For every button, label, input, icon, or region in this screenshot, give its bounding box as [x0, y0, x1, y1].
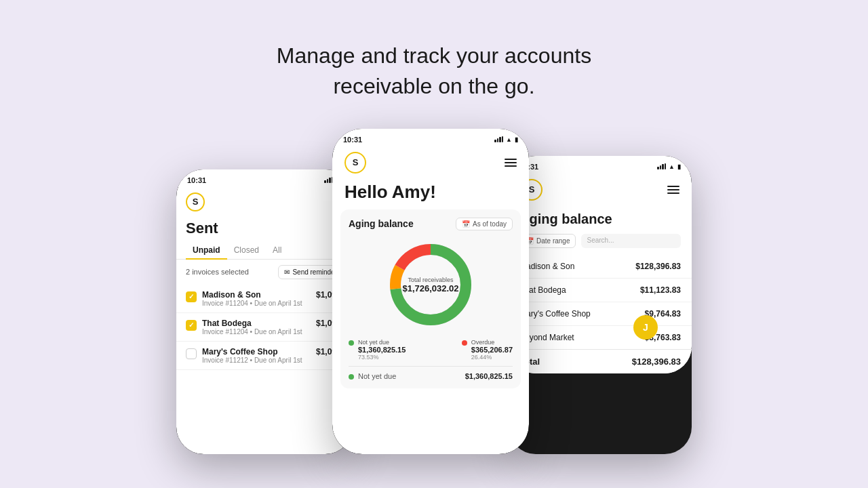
center-status-icons: ▲ ▮ — [494, 136, 518, 143]
tab-closed[interactable]: Closed — [227, 241, 266, 259]
checkbox-3[interactable] — [186, 348, 197, 359]
invoice-detail-1: Invoice #11204 • Due on April 1st — [202, 300, 311, 307]
tab-all[interactable]: All — [266, 241, 288, 259]
send-reminder-label: Send reminder — [292, 268, 337, 276]
total-row: Total $128,396.83 — [509, 349, 692, 373]
hamburger-icon[interactable] — [505, 159, 517, 167]
center-wifi-icon: ▲ — [506, 136, 512, 143]
greeting: Hello Amy! — [332, 179, 529, 209]
not-yet-due-row: Not yet due $1,360,825.15 — [349, 366, 513, 380]
invoice-name-1: Madison & Son — [202, 290, 311, 300]
left-phone-screen: 10:31 ▲ S Sent — [176, 169, 353, 454]
phones-container: 10:31 ▲ S Sent — [0, 129, 868, 454]
logo-symbol: S — [193, 197, 199, 207]
sent-title: Sent — [176, 217, 353, 241]
client-row-3[interactable]: Mary's Coffee Shop $9,764.83 — [509, 302, 692, 326]
center-status-bar: 10:31 ▲ ▮ — [332, 129, 529, 146]
invoice-row-2[interactable]: ✓ That Bodega Invoice #11204 • Due on Ap… — [176, 313, 353, 342]
signal-bar-1 — [324, 180, 326, 183]
center-phone: 10:31 ▲ ▮ S — [332, 129, 529, 454]
invoice-name-2: That Bodega — [202, 319, 311, 328]
right-signal-icon — [657, 163, 666, 169]
center-logo: S — [344, 152, 366, 174]
legend-overdue: Overdue $365,206.87 26.44% — [462, 339, 513, 361]
right-filter-row: 📅 Date range Search... — [509, 234, 692, 255]
right-status-icons: ▲ ▮ — [657, 163, 681, 170]
avatar-bubble: J — [633, 315, 658, 340]
invoice-detail-2: Invoice #11204 • Due on April 1st — [202, 328, 311, 336]
right-hamburger-icon[interactable] — [667, 186, 679, 194]
legend-row: Not yet due $1,360,825.15 73.53% Overdue… — [349, 339, 513, 361]
checkbox-1[interactable]: ✓ — [186, 291, 197, 302]
invoice-detail-3: Invoice #11212 • Due on April 1st — [202, 357, 311, 364]
client-row-2[interactable]: That Bodega $11,123.83 — [509, 279, 692, 302]
legend-not-yet-due: Not yet due $1,360,825.15 73.53% — [349, 339, 406, 361]
invoice-row-1[interactable]: ✓ Madison & Son Invoice #11204 • Due on … — [176, 285, 353, 313]
aging-header: Aging balance 📅 As of today — [349, 218, 513, 230]
invoice-info-2: That Bodega Invoice #11204 • Due on Apri… — [202, 319, 311, 336]
reminder-icon: ✉ — [284, 268, 290, 276]
left-status-bar: 10:31 ▲ — [176, 169, 353, 187]
center-battery-icon: ▮ — [515, 136, 518, 143]
signal-bar-2 — [327, 179, 329, 183]
action-bar: 2 invoices selected ✉ Send reminder — [176, 260, 353, 285]
right-logo-bar: S — [509, 174, 692, 206]
right-status-bar: 10:31 ▲ ▮ — [509, 156, 692, 174]
left-logo-bar: S — [176, 187, 353, 217]
invoice-info-3: Mary's Coffee Shop Invoice #11212 • Due … — [202, 347, 311, 364]
center-logo-bar: S — [332, 146, 529, 179]
checkbox-2[interactable]: ✓ — [186, 320, 197, 331]
donut-center: Total receivables $1,726,032.02 — [402, 276, 458, 293]
right-phone: 10:31 ▲ ▮ S — [509, 156, 692, 454]
right-logo-symbol: S — [529, 184, 535, 195]
center-phone-screen: 10:31 ▲ ▮ S — [332, 129, 529, 454]
headline: Manage and track your accounts receivabl… — [277, 41, 591, 102]
tabs-row: Unpaid Closed All — [176, 241, 353, 260]
center-logo-symbol: S — [353, 157, 359, 167]
right-battery-icon: ▮ — [677, 163, 681, 170]
tab-unpaid[interactable]: Unpaid — [186, 241, 227, 259]
center-time: 10:31 — [343, 136, 362, 144]
client-row-1[interactable]: Madison & Son $128,396.83 — [509, 255, 692, 279]
donut-chart: Total receivables $1,726,032.02 — [349, 237, 513, 332]
left-time: 10:31 — [187, 176, 206, 184]
aging-title: Aging balance — [349, 218, 414, 229]
left-phone: 10:31 ▲ S Sent — [176, 169, 353, 454]
right-wifi-icon: ▲ — [669, 163, 675, 170]
left-logo: S — [186, 192, 205, 211]
headline-line1: Manage and track your accounts — [277, 43, 591, 68]
green-dot — [349, 340, 354, 346]
center-signal-icon — [494, 136, 503, 142]
nyd-dot — [349, 374, 354, 380]
headline-line2: receivable on the go. — [333, 74, 534, 98]
right-phone-screen: 10:31 ▲ ▮ S — [509, 156, 692, 373]
invoice-info-1: Madison & Son Invoice #11204 • Due on Ap… — [202, 290, 311, 307]
signal-bar-3 — [329, 178, 331, 183]
calendar-icon: 📅 — [462, 220, 470, 228]
client-row-4[interactable]: Beyond Market $8,763.83 — [509, 326, 692, 350]
aging-balance-section: Aging balance 📅 As of today — [340, 209, 521, 388]
selection-text: 2 invoices selected — [186, 268, 249, 276]
as-of-today-button[interactable]: 📅 As of today — [456, 218, 513, 230]
search-input[interactable]: Search... — [581, 234, 681, 248]
invoice-row-3[interactable]: Mary's Coffee Shop Invoice #11212 • Due … — [176, 342, 353, 370]
red-dot — [462, 340, 467, 346]
invoice-name-3: Mary's Coffee Shop — [202, 347, 311, 357]
right-aging-title: Aging balance — [509, 206, 692, 234]
